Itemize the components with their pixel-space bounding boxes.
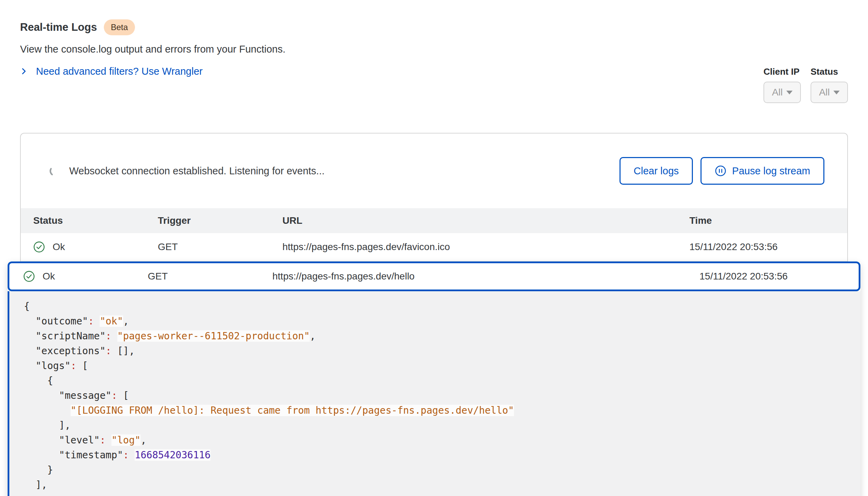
log-entry-detail: { "outcome": "ok", "scriptName": "pages-… — [8, 291, 860, 496]
beta-badge: Beta — [104, 19, 135, 35]
caret-down-icon — [833, 91, 840, 94]
log-json-code: { "outcome": "ok", "scriptName": "pages-… — [24, 299, 847, 492]
wrangler-link-row[interactable]: Need advanced filters? Use Wrangler — [20, 65, 868, 77]
client-ip-value: All — [772, 87, 783, 98]
column-header-time: Time — [689, 215, 835, 226]
log-row-favicon[interactable]: Ok GET https://pages-fns.pages.dev/favic… — [21, 233, 847, 261]
clear-logs-button[interactable]: Clear logs — [620, 157, 693, 185]
time-cell: 15/11/2022 20:53:56 — [699, 271, 845, 282]
log-actions: Clear logs Pause log stream — [620, 157, 824, 185]
column-header-url: URL — [282, 215, 689, 226]
client-ip-dropdown[interactable]: All — [763, 82, 801, 103]
status-text: Ok — [53, 241, 65, 252]
websocket-status-bar: Websocket connection established. Listen… — [21, 134, 847, 208]
status-text: Ok — [43, 271, 55, 282]
status-label: Status — [811, 66, 848, 77]
log-row-hello-selected[interactable]: Ok GET https://pages-fns.pages.dev/hello… — [8, 261, 860, 291]
check-circle-icon — [23, 270, 35, 282]
page-header: Real-time Logs Beta — [20, 19, 868, 35]
url-cell: https://pages-fns.pages.dev/hello — [272, 271, 699, 282]
pause-log-stream-label: Pause log stream — [732, 165, 810, 177]
clear-logs-label: Clear logs — [634, 165, 679, 177]
caret-down-icon — [786, 91, 793, 94]
filter-client-ip: Client IP All — [763, 66, 801, 103]
column-header-trigger: Trigger — [158, 215, 282, 226]
trigger-cell: GET — [148, 271, 272, 282]
url-cell: https://pages-fns.pages.dev/favicon.ico — [282, 241, 689, 252]
check-circle-icon — [33, 241, 45, 253]
filter-status: Status All — [811, 66, 848, 103]
chevron-right-icon — [20, 67, 28, 75]
client-ip-label: Client IP — [763, 66, 801, 77]
time-cell: 15/11/2022 20:53:56 — [689, 241, 835, 252]
log-entry-expanded: Ok GET https://pages-fns.pages.dev/hello… — [8, 261, 860, 496]
spinner-icon — [48, 165, 60, 177]
column-header-status: Status — [33, 215, 158, 226]
filters: Client IP All Status All — [763, 66, 848, 103]
page-title: Real-time Logs — [20, 20, 97, 35]
trigger-cell: GET — [158, 241, 282, 252]
status-value: All — [819, 87, 830, 98]
page-subtitle: View the console.log output and errors f… — [20, 43, 868, 55]
status-cell: Ok — [23, 270, 148, 282]
wrangler-link[interactable]: Need advanced filters? Use Wrangler — [36, 65, 202, 77]
pause-icon — [715, 165, 726, 177]
status-dropdown[interactable]: All — [811, 82, 848, 103]
pause-log-stream-button[interactable]: Pause log stream — [700, 157, 824, 185]
realtime-logs-page: Real-time Logs Beta View the console.log… — [0, 0, 868, 496]
status-cell: Ok — [33, 241, 158, 253]
log-table-header: Status Trigger URL Time — [21, 208, 847, 233]
log-panel: Websocket connection established. Listen… — [20, 133, 848, 261]
websocket-message: Websocket connection established. Listen… — [69, 165, 325, 177]
